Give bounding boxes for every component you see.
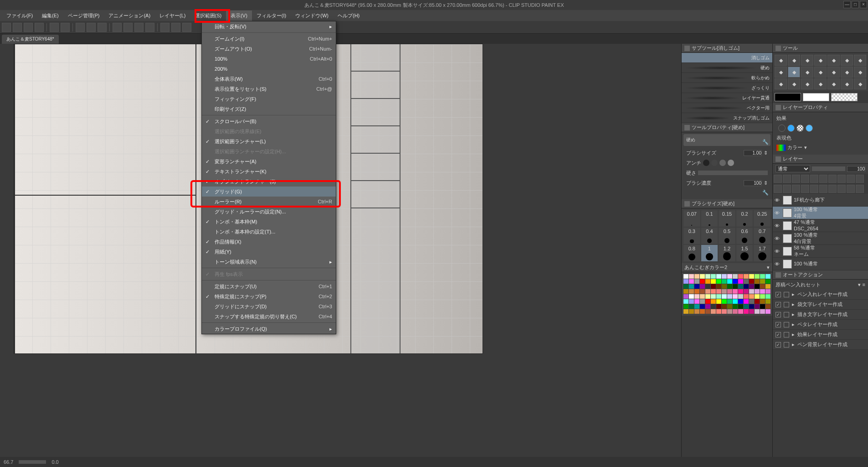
color-swatch[interactable] [738, 279, 743, 284]
play-icon[interactable]: ▸ [792, 332, 795, 337]
color-swatch[interactable] [727, 309, 732, 314]
layer-tool-icon[interactable] [792, 175, 800, 183]
color-swatch[interactable] [749, 289, 754, 294]
color-swatch[interactable] [727, 294, 732, 299]
checkbox[interactable] [784, 322, 789, 327]
ruler-icon[interactable]: ◆ [827, 78, 840, 89]
antialias-option[interactable] [719, 160, 726, 166]
brush-size-preset[interactable]: 0.07 [683, 210, 700, 227]
checkbox[interactable]: ✓ [776, 332, 781, 337]
color-swatch[interactable] [689, 279, 694, 284]
visibility-icon[interactable]: 👁 [775, 210, 781, 216]
layer-tool-icon[interactable] [828, 185, 837, 193]
menu-item[interactable]: ✓作品情報(X) [202, 237, 336, 247]
wand-icon[interactable]: ◆ [841, 55, 853, 66]
antialias-option[interactable] [711, 160, 718, 166]
layer-tool-icon[interactable] [801, 185, 809, 193]
color-swatch[interactable] [760, 279, 765, 284]
color-swatch[interactable] [683, 299, 688, 304]
canvas-viewport[interactable] [0, 44, 681, 457]
color-swatch[interactable] [749, 279, 754, 284]
color-swatch[interactable] [760, 284, 765, 289]
color-swatch[interactable] [749, 294, 754, 299]
layer-row[interactable]: 👁100 %通常4白背景 [773, 232, 868, 245]
menu-item[interactable]: グリッドにスナップ(D)Ctrl+3 [202, 301, 336, 311]
menu-item[interactable]: ✓テキストランチャー(K) [202, 166, 336, 176]
menu-item[interactable]: カラープロファイル(Q)▸ [202, 324, 336, 334]
copy-icon[interactable] [87, 23, 96, 32]
checkbox[interactable]: ✓ [776, 342, 781, 348]
color-swatch[interactable] [689, 284, 694, 289]
marquee-icon[interactable]: ◆ [814, 55, 827, 66]
layer-tool-icon[interactable] [801, 175, 809, 183]
menu-item[interactable]: トンボ・基本枠の設定(T)... [202, 227, 336, 237]
layer-tool-icon[interactable] [856, 175, 864, 183]
pen-icon[interactable]: ◆ [854, 55, 866, 66]
menu-item[interactable]: フィッティング(F) [202, 94, 336, 104]
paste-icon[interactable] [98, 23, 107, 32]
zoom-slider[interactable] [19, 460, 46, 464]
dropdown-icon[interactable]: ▾ [858, 282, 861, 288]
color-swatch[interactable] [683, 294, 688, 299]
menu-item[interactable]: ✓オブジェクトランチャー(3) [202, 176, 336, 187]
color-swatch[interactable] [716, 274, 721, 279]
color-swatch[interactable] [683, 309, 688, 314]
subtool-item[interactable]: スナップ消しゴム [682, 113, 772, 123]
color-swatch[interactable] [711, 299, 716, 304]
layer-row[interactable]: 👁100 %通常4背景 [773, 207, 868, 219]
color-swatch[interactable] [733, 279, 738, 284]
color-swatch[interactable] [700, 294, 705, 299]
menu-item[interactable]: ルーラー(R)Ctrl+R [202, 197, 336, 207]
layer-tool-icon[interactable] [847, 185, 855, 193]
menu-item[interactable]: 定規にスナップ(U)Ctrl+1 [202, 281, 336, 291]
color-swatch[interactable] [738, 299, 743, 304]
menu-item[interactable]: ✓選択範囲ランチャー(L) [202, 136, 336, 146]
layer-tool-icon[interactable] [847, 175, 855, 183]
figure-icon[interactable]: ◆ [854, 78, 866, 89]
color-swatch[interactable] [705, 274, 710, 279]
subtool-item[interactable]: 軟らかめ [682, 73, 772, 83]
menu-item[interactable]: 200% [202, 64, 336, 74]
color-swatch[interactable] [683, 279, 688, 284]
visibility-icon[interactable]: 👁 [775, 197, 781, 203]
color-swatch[interactable] [700, 274, 705, 279]
color-swatch[interactable] [683, 274, 688, 279]
brush-size-input[interactable] [744, 150, 762, 156]
subtool-item[interactable]: ざっくり [682, 83, 772, 93]
hardness-slider[interactable] [698, 171, 768, 175]
foreground-color[interactable] [775, 93, 801, 101]
brush-size-preset[interactable]: 0.15 [719, 210, 735, 227]
color-swatch[interactable] [755, 284, 760, 289]
color-swatch[interactable] [694, 274, 699, 279]
color-swatch[interactable] [755, 304, 760, 309]
menu-item[interactable]: ズームアウト(O)Ctrl+Num- [202, 44, 336, 54]
wrench-icon[interactable]: 🔧 [762, 139, 769, 145]
color-swatch[interactable] [749, 299, 754, 304]
action-item[interactable]: ✓▸ペン入れレイヤー作成 [773, 290, 868, 300]
checkbox[interactable]: ✓ [776, 292, 781, 297]
color-swatch[interactable] [755, 274, 760, 279]
color-swatch[interactable] [733, 294, 738, 299]
action-item[interactable]: ✓▸袋文字レイヤー作成 [773, 300, 868, 310]
menu-item[interactable]: ✓特殊定規にスナップ(P)Ctrl+2 [202, 291, 336, 301]
decoration-icon[interactable]: ◆ [827, 67, 840, 78]
color-swatch[interactable] [700, 309, 705, 314]
color-swatch[interactable] [765, 274, 770, 279]
menu-item[interactable]: ✓用紙(Y) [202, 247, 336, 257]
color-swatch[interactable] [765, 299, 770, 304]
layer-row[interactable]: 👁100 %通常 [773, 258, 868, 270]
effect-border-icon[interactable] [778, 125, 786, 132]
eraser-icon[interactable]: ◆ [788, 67, 800, 78]
color-swatch[interactable] [744, 309, 749, 314]
operation-icon[interactable]: ◆ [801, 55, 813, 66]
color-swatch[interactable] [694, 299, 699, 304]
close-icon[interactable]: × [860, 1, 867, 8]
lasso-icon[interactable]: ◆ [827, 55, 840, 66]
frame-icon[interactable]: ◆ [814, 78, 827, 89]
color-swatch[interactable] [727, 284, 732, 289]
subtool-tab[interactable]: 消しゴム [682, 53, 772, 63]
fill-icon[interactable]: ◆ [854, 67, 866, 78]
brush-size-preset[interactable]: 0.7 [754, 228, 770, 244]
menu-選択範囲[interactable]: 選択範囲(S) [190, 10, 226, 21]
color-swatch[interactable] [744, 289, 749, 294]
